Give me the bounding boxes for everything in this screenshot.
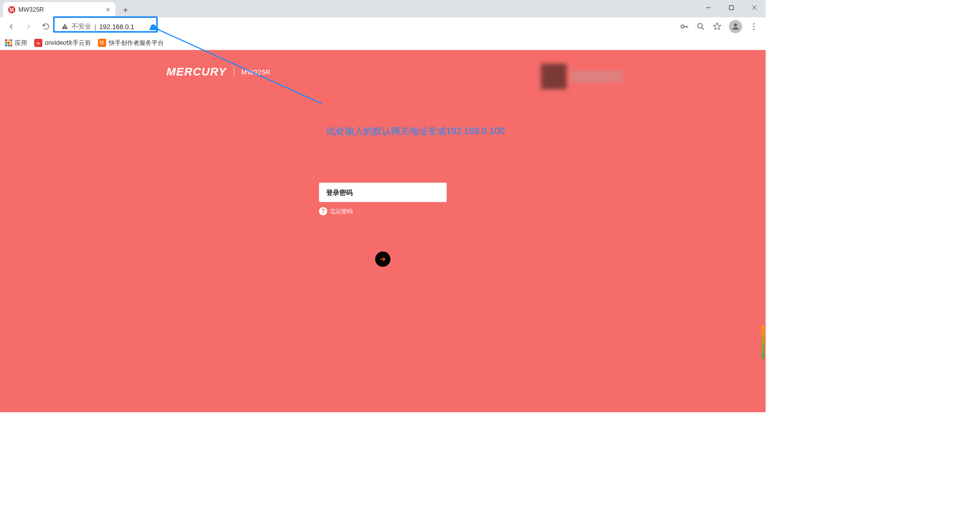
arrow-right-icon [379,255,387,263]
zoom-icon[interactable] [696,22,705,31]
back-button[interactable] [4,19,18,34]
bookmark-onvideo[interactable]: ∞ onvideo快手云剪 [34,39,91,47]
svg-rect-4 [64,26,65,27]
reload-button[interactable] [39,19,53,34]
brand-model: MW325R [241,68,271,76]
bookmark-label: onvideo快手云剪 [45,39,91,47]
security-label: 不安全 [71,22,91,31]
toolbar-right [680,20,762,33]
bookmark-icon: ∞ [34,39,42,47]
bookmark-star-icon[interactable] [713,22,722,31]
window-controls [697,0,766,15]
svg-point-9 [698,23,702,28]
key-icon[interactable] [680,22,689,31]
svg-point-14 [753,29,754,30]
svg-point-13 [753,26,754,27]
brand-header: MERCURY MW325R [166,65,271,79]
omnibox-separator: | [94,23,96,31]
svg-rect-1 [729,6,733,10]
browser-tab[interactable]: M MW325R × [3,2,115,17]
close-window-button[interactable] [743,0,766,15]
address-bar[interactable]: 不安全 | 192.168.0.1 [56,19,158,34]
profile-button[interactable] [729,20,742,33]
not-secure-icon [61,23,68,30]
login-box: ? 忘记密码 [319,183,447,215]
tab-title: MW325R [18,6,44,13]
svg-point-6 [681,25,684,28]
tab-strip: M MW325R × + [0,0,766,17]
url-text: 192.168.0.1 [99,23,134,31]
submit-button[interactable] [375,252,390,267]
tab-favicon: M [8,6,15,13]
close-tab-icon[interactable]: × [106,6,110,14]
svg-line-10 [702,28,704,30]
svg-point-12 [753,23,754,24]
brand-logo: MERCURY [166,65,227,79]
forward-button[interactable] [21,19,36,34]
user-info-blurred [541,61,623,92]
maximize-button[interactable] [720,0,743,15]
bookmark-icon: 快 [98,39,106,47]
forgot-text: 忘记密码 [330,208,353,215]
svg-rect-5 [64,28,65,28]
help-icon: ? [319,207,327,215]
svg-point-11 [734,23,737,27]
bookmark-kuaishou[interactable]: 快 快手创作者服务平台 [98,39,164,47]
brand-separator [234,67,234,77]
password-input[interactable] [319,183,447,202]
forgot-password-link[interactable]: ? 忘记密码 [319,207,447,215]
apps-icon [5,39,12,46]
browser-chrome: M MW325R × + [0,0,766,50]
bookmark-label: 快手创作者服务平台 [109,39,164,47]
scroll-indicator [762,325,765,359]
apps-label: 应用 [15,39,27,47]
router-login-page: MERCURY MW325R ? 忘记密码 [0,50,766,412]
bookmarks-bar: 应用 ∞ onvideo快手云剪 快 快手创作者服务平台 [0,36,766,50]
new-tab-button[interactable]: + [118,3,133,17]
minimize-button[interactable] [697,0,720,15]
apps-shortcut[interactable]: 应用 [5,39,27,47]
menu-button[interactable] [749,22,758,31]
address-bar-row: 不安全 | 192.168.0.1 [0,17,766,36]
